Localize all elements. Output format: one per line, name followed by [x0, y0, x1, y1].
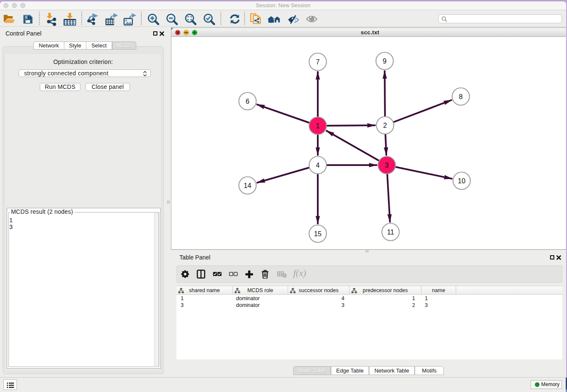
svg-text:1: 1 [316, 122, 320, 130]
svg-text:6: 6 [246, 98, 250, 105]
svg-text:9: 9 [383, 58, 387, 65]
svg-text:14: 14 [244, 182, 251, 189]
svg-text:10: 10 [458, 177, 465, 185]
svg-text:7: 7 [316, 58, 320, 66]
svg-text:2: 2 [383, 122, 387, 129]
svg-text:3: 3 [385, 162, 389, 169]
svg-text:15: 15 [314, 230, 322, 237]
svg-text:11: 11 [387, 229, 394, 236]
svg-text:8: 8 [459, 93, 463, 100]
svg-text:4: 4 [316, 162, 320, 169]
